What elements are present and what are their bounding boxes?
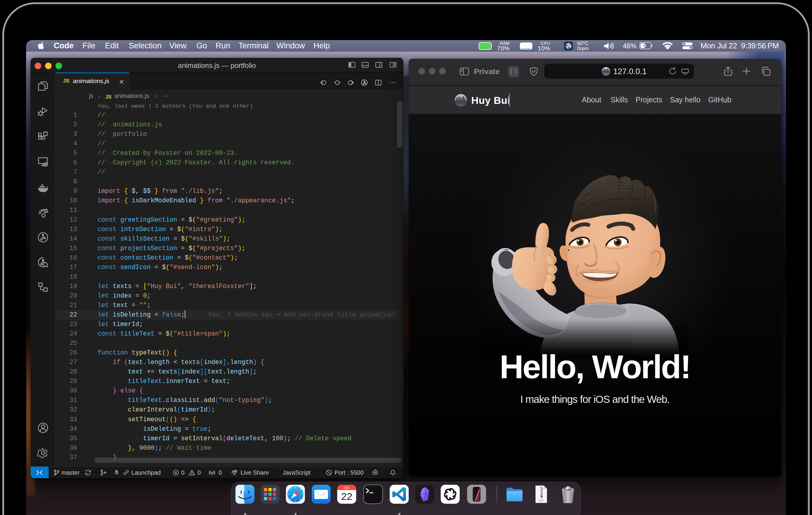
- svg-text:22: 22: [341, 491, 352, 502]
- svg-text:JUL: JUL: [344, 486, 350, 489]
- svg-text:XIP: XIP: [539, 499, 544, 502]
